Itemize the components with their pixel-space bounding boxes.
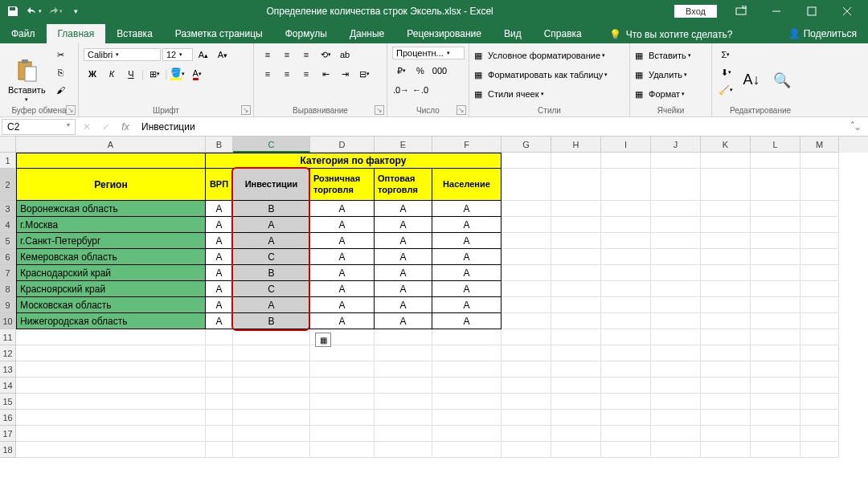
cell[interactable]: A	[375, 201, 432, 217]
cell[interactable]: Категория по фактору	[206, 153, 502, 169]
cell[interactable]	[375, 329, 432, 345]
cell[interactable]	[800, 169, 839, 201]
column-header-D[interactable]: D	[310, 137, 375, 153]
cell[interactable]	[601, 313, 651, 329]
cell[interactable]	[551, 201, 601, 217]
row-header-4[interactable]: 4	[0, 217, 16, 233]
tell-me-search[interactable]: 💡 Что вы хотите сделать?	[603, 26, 739, 43]
cell[interactable]	[701, 281, 751, 297]
cell[interactable]	[375, 410, 432, 426]
cell[interactable]	[751, 378, 800, 394]
italic-button[interactable]: К	[103, 66, 121, 82]
cell[interactable]	[502, 233, 551, 249]
cell[interactable]	[551, 345, 601, 361]
grid[interactable]: Категория по факторуРегионВРПИнвестицииР…	[16, 153, 868, 458]
cell[interactable]: A	[206, 297, 233, 313]
cell[interactable]: A	[206, 281, 233, 297]
cell[interactable]: Воронежская область	[16, 201, 206, 217]
cell[interactable]	[233, 378, 310, 394]
cell[interactable]	[502, 313, 551, 329]
cell[interactable]: ВРП	[206, 169, 233, 201]
cell[interactable]	[502, 378, 551, 394]
cell[interactable]: A	[375, 265, 432, 281]
align-middle-button[interactable]: ≡	[278, 47, 296, 63]
cell[interactable]	[751, 265, 800, 281]
cell[interactable]	[800, 410, 839, 426]
cell[interactable]	[502, 345, 551, 361]
cell[interactable]	[375, 378, 432, 394]
tab-file[interactable]: Файл	[0, 24, 47, 43]
tab-review[interactable]: Рецензирование	[395, 24, 493, 43]
cell[interactable]	[651, 329, 701, 345]
cell[interactable]	[651, 426, 701, 442]
cell[interactable]: A	[375, 233, 432, 249]
cell[interactable]	[16, 345, 206, 361]
cell[interactable]	[551, 249, 601, 265]
row-header-18[interactable]: 18	[0, 442, 16, 458]
cell[interactable]	[751, 426, 800, 442]
cell[interactable]	[16, 378, 206, 394]
cell[interactable]	[310, 410, 375, 426]
clipboard-launcher[interactable]: ↘	[66, 105, 76, 115]
cell[interactable]	[701, 169, 751, 201]
cell[interactable]	[751, 297, 800, 313]
cell[interactable]	[502, 426, 551, 442]
decrease-font-button[interactable]: A▾	[214, 47, 231, 63]
alignment-launcher[interactable]: ↘	[375, 105, 384, 115]
cell[interactable]	[206, 394, 233, 410]
row-header-17[interactable]: 17	[0, 426, 16, 442]
increase-font-button[interactable]: A▴	[194, 47, 212, 63]
cell[interactable]	[206, 345, 233, 361]
align-bottom-button[interactable]: ≡	[297, 47, 315, 63]
cell[interactable]	[651, 169, 701, 201]
cell[interactable]	[551, 265, 601, 281]
cell[interactable]	[551, 442, 601, 458]
column-header-J[interactable]: J	[651, 137, 701, 153]
cell[interactable]	[800, 297, 839, 313]
cell[interactable]	[751, 345, 800, 361]
cell[interactable]: Краснодарский край	[16, 265, 206, 281]
cell-styles-button[interactable]: ▦ Стили ячеек▾	[474, 85, 608, 103]
cell[interactable]: A	[432, 297, 502, 313]
column-header-G[interactable]: G	[502, 137, 551, 153]
cell[interactable]	[502, 442, 551, 458]
orientation-button[interactable]: ⟲▾	[317, 47, 334, 63]
column-header-C[interactable]: C	[233, 137, 310, 153]
cell[interactable]	[601, 345, 651, 361]
cell[interactable]	[800, 233, 839, 249]
formula-input[interactable]	[135, 120, 847, 134]
cell[interactable]	[651, 410, 701, 426]
cell[interactable]	[16, 153, 206, 169]
cell[interactable]: Нижегородская область	[16, 313, 206, 329]
tab-view[interactable]: Вид	[493, 24, 533, 43]
cell[interactable]	[751, 361, 800, 378]
cell[interactable]	[701, 313, 751, 329]
copy-button[interactable]: ⎘	[52, 64, 70, 80]
cell[interactable]	[601, 281, 651, 297]
cell[interactable]	[310, 361, 375, 378]
cell[interactable]: A	[432, 313, 502, 329]
cell[interactable]: г.Москва	[16, 217, 206, 233]
row-header-12[interactable]: 12	[0, 345, 16, 361]
cell[interactable]	[751, 217, 800, 233]
cell[interactable]	[502, 329, 551, 345]
cell[interactable]	[701, 345, 751, 361]
cell[interactable]	[551, 410, 601, 426]
cell[interactable]: A	[375, 297, 432, 313]
row-header-2[interactable]: 2	[0, 169, 16, 201]
cell[interactable]: A	[375, 313, 432, 329]
cell[interactable]	[16, 410, 206, 426]
cell[interactable]: C	[233, 281, 310, 297]
cell[interactable]	[375, 442, 432, 458]
cell[interactable]	[651, 378, 701, 394]
font-color-button[interactable]: A▾	[188, 66, 206, 82]
column-header-F[interactable]: F	[432, 137, 502, 153]
cell[interactable]	[751, 153, 800, 169]
cell[interactable]	[432, 345, 502, 361]
tab-formulas[interactable]: Формулы	[274, 24, 338, 43]
cell[interactable]	[651, 297, 701, 313]
cell[interactable]	[751, 249, 800, 265]
autosum-button[interactable]: Σ▾	[717, 47, 735, 63]
cell[interactable]: A	[432, 249, 502, 265]
cell[interactable]	[502, 297, 551, 313]
